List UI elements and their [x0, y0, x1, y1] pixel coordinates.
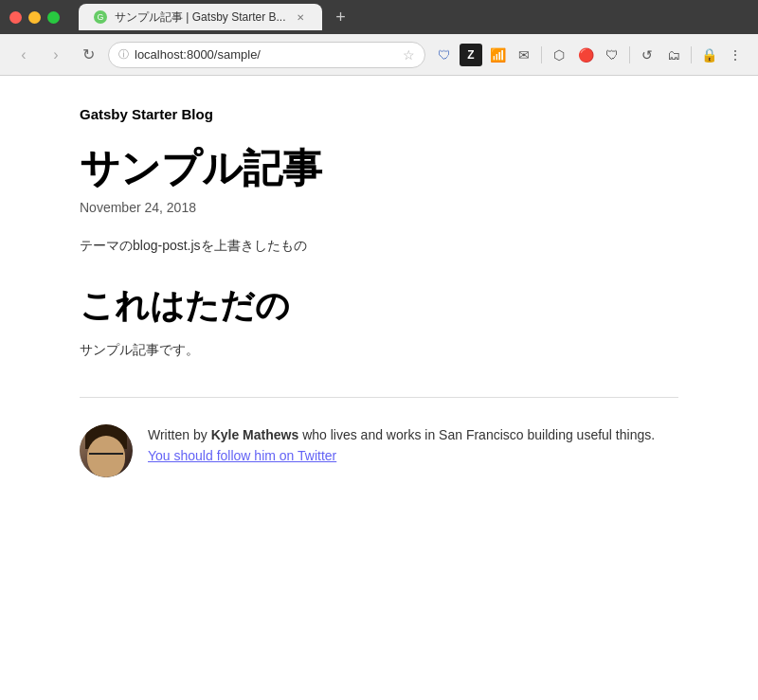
tab-title: サンプル記事 | Gatsby Starter B...	[115, 9, 286, 26]
downloads-icon[interactable]: 🗂	[662, 44, 685, 66]
author-text: Written by Kyle Mathews who lives and wo…	[148, 424, 655, 467]
mail-icon[interactable]: ✉	[513, 44, 535, 66]
article-body: サンプル記事です。	[80, 342, 678, 359]
reload-button[interactable]: ↻	[76, 43, 100, 67]
toolbar-separator-3	[691, 46, 692, 63]
bio-suffix: who lives and works in San Francisco bui…	[298, 427, 655, 442]
article-heading: これはただの	[80, 285, 678, 326]
new-tab-button[interactable]: +	[328, 6, 354, 28]
traffic-lights	[9, 11, 60, 24]
chart-icon[interactable]: 📶	[486, 44, 509, 66]
divider	[80, 397, 678, 398]
back-button[interactable]: ‹	[11, 43, 36, 67]
active-tab[interactable]: G サンプル記事 | Gatsby Starter B... ✕	[79, 4, 322, 30]
bio-prefix: Written by	[148, 427, 211, 442]
address-bar[interactable]: ⓘ localhost:8000/sample/ ☆	[108, 42, 425, 68]
extension-icon-1[interactable]: ⬡	[548, 44, 570, 66]
title-bar: G サンプル記事 | Gatsby Starter B... ✕ +	[0, 0, 758, 34]
close-button[interactable]	[9, 11, 22, 24]
minimize-button[interactable]	[28, 11, 41, 24]
refresh-icon[interactable]: ↺	[636, 44, 659, 66]
zotero-icon[interactable]: Z	[460, 44, 482, 66]
avatar-image	[80, 424, 133, 477]
article-excerpt: テーマのblog-post.jsを上書きしたもの	[80, 238, 678, 255]
profile-icon[interactable]: 🔒	[697, 44, 720, 66]
bookmark-icon[interactable]: ☆	[403, 47, 415, 63]
toolbar-icons: 🛡 Z 📶 ✉ ⬡ 🔴 🛡 ↺ 🗂 🔒 ⋮	[433, 44, 747, 66]
maximize-button[interactable]	[47, 11, 60, 24]
lock-icon: ⓘ	[118, 47, 129, 62]
author-bio: Written by Kyle Mathews who lives and wo…	[80, 424, 678, 477]
avatar	[80, 424, 133, 477]
menu-icon[interactable]: ⋮	[724, 44, 747, 66]
avatar-face	[80, 424, 133, 477]
avatar-head	[87, 436, 125, 477]
extension-icon-3[interactable]: 🛡	[601, 44, 623, 66]
toolbar-separator	[541, 46, 542, 63]
avatar-glasses	[89, 453, 123, 458]
shield-icon[interactable]: 🛡	[433, 44, 456, 66]
forward-button[interactable]: ›	[44, 43, 68, 67]
site-title: Gatsby Starter Blog	[80, 106, 678, 122]
tab-bar: G サンプル記事 | Gatsby Starter B... ✕ +	[79, 4, 749, 30]
toolbar-separator-2	[629, 46, 630, 63]
browser-window: G サンプル記事 | Gatsby Starter B... ✕ + ‹ › ↻…	[0, 0, 758, 700]
tab-close-button[interactable]: ✕	[294, 10, 307, 24]
browser-toolbar: ‹ › ↻ ⓘ localhost:8000/sample/ ☆ 🛡 Z 📶 ✉…	[0, 34, 758, 76]
author-name: Kyle Mathews	[211, 427, 299, 442]
tab-favicon: G	[94, 10, 107, 24]
article-title: サンプル記事	[80, 145, 678, 192]
page-content: Gatsby Starter Blog サンプル記事 November 24, …	[0, 76, 758, 700]
twitter-link[interactable]: You should follow him on Twitter	[148, 448, 336, 463]
address-text: localhost:8000/sample/	[135, 47, 397, 62]
extension-icon-2[interactable]: 🔴	[574, 44, 597, 66]
article-date: November 24, 2018	[80, 200, 678, 215]
page-wrapper: Gatsby Starter Blog サンプル記事 November 24, …	[57, 76, 701, 534]
